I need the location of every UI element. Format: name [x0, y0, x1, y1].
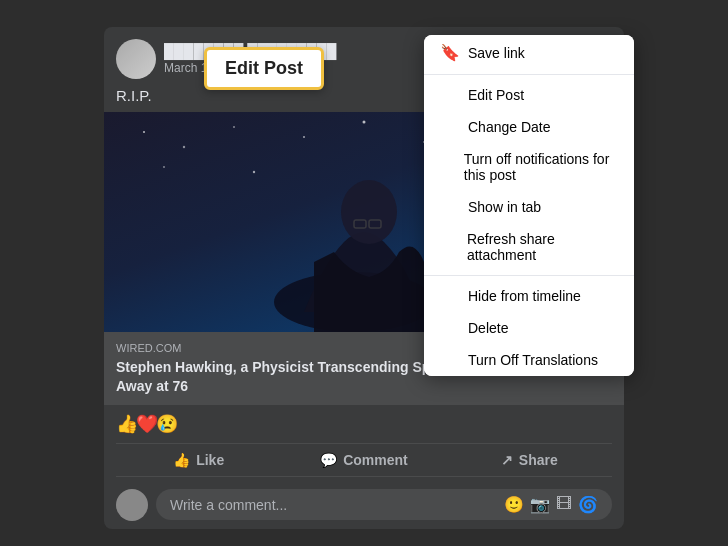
post-card: ████████ █████████ March 14 · ⚙ ··· Edit…: [104, 27, 624, 528]
post-header: ████████ █████████ March 14 · ⚙ ··· Edit…: [104, 27, 624, 87]
dropdown-item-edit-post[interactable]: Edit Post: [424, 79, 634, 111]
reactions-row: 👍 ❤️ 😢: [104, 405, 624, 439]
action-buttons: 👍 Like 💬 Comment ↗ Share: [116, 443, 612, 477]
svg-point-1: [183, 146, 185, 148]
dropdown-item-turn-off-translations[interactable]: Turn Off Translations: [424, 344, 634, 376]
dropdown-item-change-date[interactable]: Change Date: [424, 111, 634, 143]
comment-area: Write a comment... 🙂 📷 🎞 🌀: [104, 481, 624, 529]
share-label: Share: [519, 452, 558, 468]
dropdown-label-turn-off-notifications: Turn off notifications for this post: [464, 151, 618, 183]
gear-icon[interactable]: ⚙: [227, 61, 238, 75]
camera-icon[interactable]: 📷: [530, 495, 550, 514]
dropdown-item-refresh-share[interactable]: Refresh share attachment: [424, 223, 634, 271]
bookmark-icon: 🔖: [440, 43, 458, 62]
svg-point-3: [303, 136, 305, 138]
dropdown-item-show-in-tab[interactable]: Show in tab: [424, 191, 634, 223]
avatar: [116, 39, 156, 79]
like-button[interactable]: 👍 Like: [116, 444, 281, 476]
like-icon: 👍: [173, 452, 190, 468]
dropdown-item-turn-off-notifications[interactable]: Turn off notifications for this post: [424, 143, 634, 191]
sticker-icon[interactable]: 🌀: [578, 495, 598, 514]
comment-avatar: [116, 489, 148, 521]
dropdown-label-delete: Delete: [468, 320, 508, 336]
dropdown-label-show-in-tab: Show in tab: [468, 199, 541, 215]
dropdown-label-hide-from-timeline: Hide from timeline: [468, 288, 581, 304]
dropdown-item-save-link[interactable]: 🔖 Save link: [424, 35, 634, 70]
dropdown-divider-1: [424, 74, 634, 75]
dropdown-divider-2: [424, 275, 634, 276]
comment-icons: 🙂 📷 🎞 🌀: [504, 495, 598, 514]
dropdown-menu: 🔖 Save link Edit Post Change Date Turn o…: [424, 35, 634, 376]
comment-label: Comment: [343, 452, 408, 468]
svg-point-4: [363, 121, 366, 124]
svg-point-9: [163, 166, 165, 168]
post-date: March 14 ·: [164, 61, 221, 75]
share-icon: ↗: [501, 452, 513, 468]
dropdown-label-change-date: Change Date: [468, 119, 551, 135]
reaction-emojis: 👍 ❤️ 😢: [116, 413, 176, 435]
dropdown-label-refresh-share: Refresh share attachment: [467, 231, 618, 263]
dropdown-label-save-link: Save link: [468, 45, 525, 61]
share-button[interactable]: ↗ Share: [447, 444, 612, 476]
dropdown-item-delete[interactable]: Delete: [424, 312, 634, 344]
svg-point-0: [143, 131, 145, 133]
svg-point-2: [233, 127, 235, 129]
comment-placeholder: Write a comment...: [170, 497, 287, 513]
comment-icon: 💬: [320, 452, 337, 468]
svg-point-10: [253, 171, 255, 173]
comment-button[interactable]: 💬 Comment: [281, 444, 446, 476]
gif-icon[interactable]: 🎞: [556, 495, 572, 514]
dropdown-item-hide-from-timeline[interactable]: Hide from timeline: [424, 280, 634, 312]
dropdown-label-edit-post: Edit Post: [468, 87, 524, 103]
reaction-sad: 😢: [156, 413, 178, 435]
reaction-heart: ❤️: [136, 413, 158, 435]
reaction-like: 👍: [116, 413, 138, 435]
like-label: Like: [196, 452, 224, 468]
comment-input-wrap[interactable]: Write a comment... 🙂 📷 🎞 🌀: [156, 489, 612, 520]
dropdown-label-turn-off-translations: Turn Off Translations: [468, 352, 598, 368]
svg-point-14: [341, 180, 397, 244]
emoji-icon[interactable]: 🙂: [504, 495, 524, 514]
